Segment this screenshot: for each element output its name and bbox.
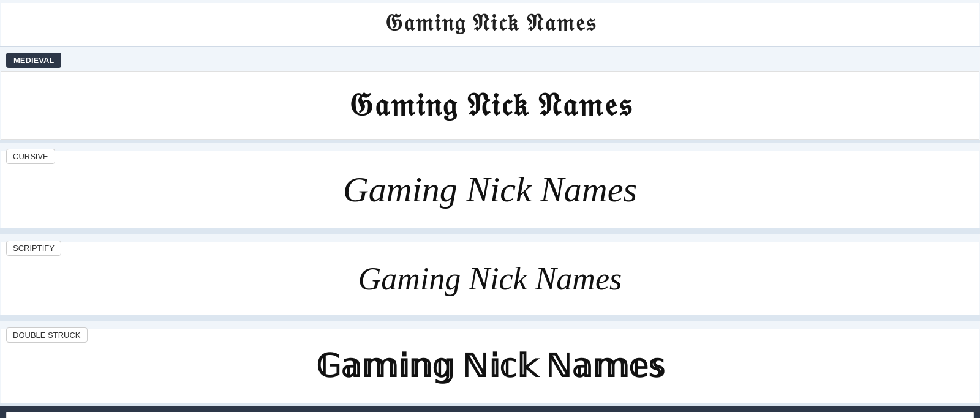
double-struck-display[interactable]: 𝔾𝕒𝕞𝕚𝕟𝕘 ℕ𝕚𝕔𝕜 ℕ𝕒𝕞𝕖𝕤	[1, 329, 979, 403]
scriptify-text: Gaming Nick Names	[358, 261, 622, 297]
cursive-display[interactable]: Gaming Nick Names	[1, 151, 979, 228]
scriptify-section: SCRIPTIFY Gaming Nick Names	[0, 231, 980, 318]
input-section	[0, 406, 980, 418]
cursive-text: Gaming Nick Names	[343, 169, 637, 210]
top-partial-text: 𝔊𝔞𝔪𝔦𝔫𝔤 𝔑𝔦𝔠𝔨 𝔑𝔞𝔪𝔢𝔰	[385, 10, 596, 35]
medieval-label: MEDIEVAL	[6, 53, 61, 68]
scriptify-label: SCRIPTIFY	[6, 241, 61, 256]
medieval-display[interactable]: 𝔊𝔞𝔪𝔦𝔫𝔤 𝔑𝔦𝔠𝔨 𝔑𝔞𝔪𝔢𝔰	[1, 71, 979, 140]
name-input[interactable]	[6, 412, 974, 418]
cursive-label: CURSIVE	[6, 149, 55, 164]
cursive-section: CURSIVE Gaming Nick Names	[0, 140, 980, 231]
top-partial-display[interactable]: 𝔊𝔞𝔪𝔦𝔫𝔤 𝔑𝔦𝔠𝔨 𝔑𝔞𝔪𝔢𝔰	[1, 3, 979, 46]
double-struck-section: DOUBLE STRUCK 𝔾𝕒𝕞𝕚𝕟𝕘 ℕ𝕚𝕔𝕜 ℕ𝕒𝕞𝕖𝕤	[0, 318, 980, 406]
scriptify-display[interactable]: Gaming Nick Names	[1, 242, 979, 315]
double-struck-label: DOUBLE STRUCK	[6, 327, 88, 343]
top-partial-section: 𝔊𝔞𝔪𝔦𝔫𝔤 𝔑𝔦𝔠𝔨 𝔑𝔞𝔪𝔢𝔰	[0, 0, 980, 47]
medieval-text: 𝔊𝔞𝔪𝔦𝔫𝔤 𝔑𝔦𝔠𝔨 𝔑𝔞𝔪𝔢𝔰	[349, 87, 632, 124]
double-struck-text: 𝔾𝕒𝕞𝕚𝕟𝕘 ℕ𝕚𝕔𝕜 ℕ𝕒𝕞𝕖𝕤	[316, 348, 665, 384]
medieval-section: MEDIEVAL 𝔊𝔞𝔪𝔦𝔫𝔤 𝔑𝔦𝔠𝔨 𝔑𝔞𝔪𝔢𝔰	[0, 47, 980, 140]
